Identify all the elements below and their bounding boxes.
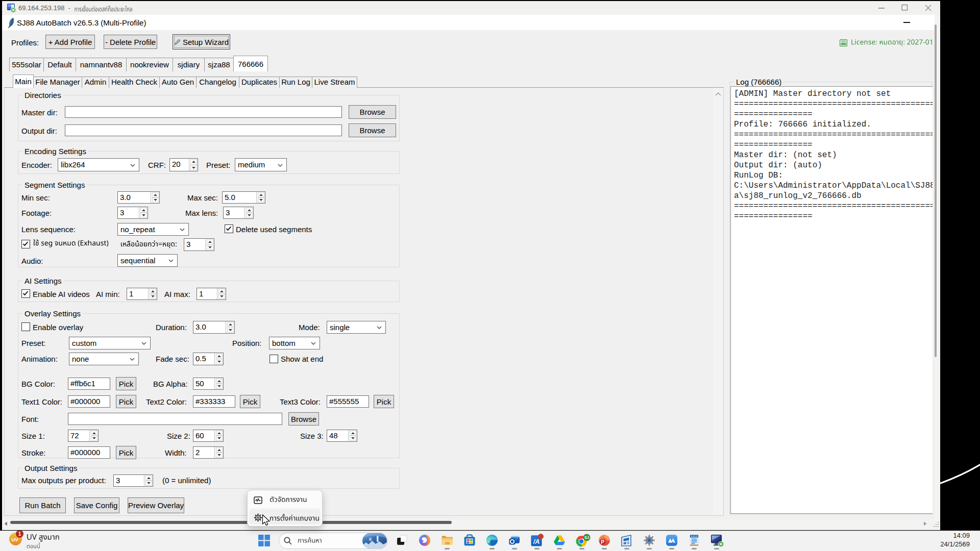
svg-text:1: 1 (18, 531, 21, 537)
svg-text:UV: UV (11, 537, 18, 542)
svg-text:P: P (601, 539, 604, 545)
svg-text:/A: /A (533, 538, 540, 545)
svg-text:SJ: SJ (584, 535, 589, 540)
